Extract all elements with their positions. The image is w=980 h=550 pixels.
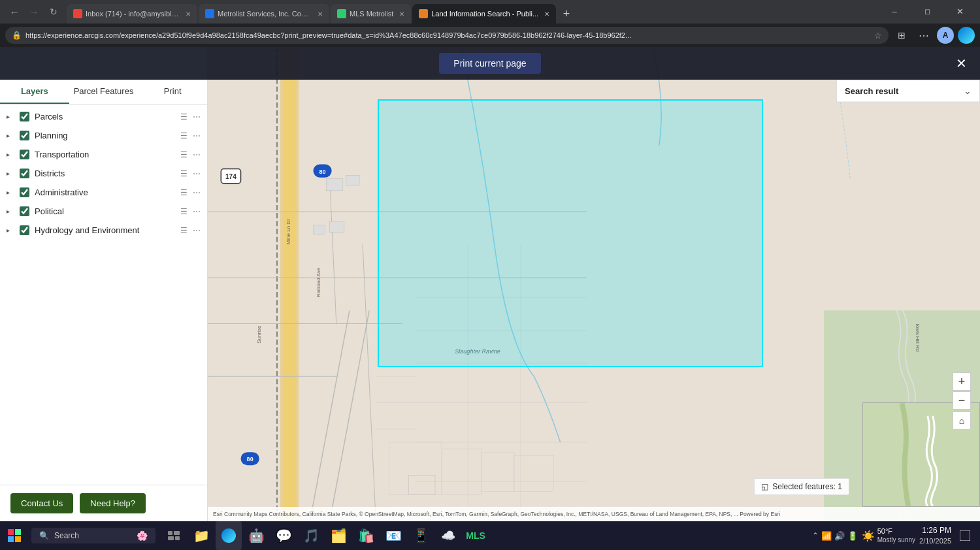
- layer-item-political[interactable]: ▸ Political ☰ ⋯: [0, 202, 207, 221]
- search-result-header[interactable]: Search result ⌄: [837, 80, 979, 102]
- taskbar-search[interactable]: 🔍 Search 🌸: [31, 528, 155, 543]
- search-icon: 🔍: [39, 531, 49, 540]
- layer-item-hydrology[interactable]: ▸ Hydrology and Environment ☰ ⋯: [0, 221, 207, 240]
- layer-legend-icon[interactable]: ☰: [180, 169, 188, 178]
- print-current-page-btn[interactable]: Print current page: [439, 53, 540, 74]
- layer-legend-icon[interactable]: ☰: [180, 226, 188, 235]
- layer-more-icon[interactable]: ⋯: [193, 150, 201, 159]
- layer-checkbox-political[interactable]: [20, 206, 29, 216]
- layer-legend-icon[interactable]: ☰: [180, 112, 188, 121]
- svg-text:80: 80: [319, 169, 326, 175]
- file-explorer-btn[interactable]: 📁: [188, 521, 214, 550]
- store-btn[interactable]: 🛍️: [353, 521, 379, 550]
- svg-text:Iowa Hill Rd: Iowa Hill Rd: [915, 324, 921, 352]
- layer-checkbox-districts[interactable]: [20, 169, 29, 178]
- layer-item-administrative[interactable]: ▸ Administrative ☰ ⋯: [0, 183, 207, 202]
- expand-icon[interactable]: ▸: [7, 189, 14, 196]
- layer-checkbox-transportation[interactable]: [20, 150, 29, 159]
- taskbar: 🔍 Search 🌸 📁 🤖 💬 🎵: [0, 521, 980, 550]
- layer-item-districts[interactable]: ▸ Districts ☰ ⋯: [0, 164, 207, 183]
- tab-metrolist-close[interactable]: ✕: [318, 10, 323, 18]
- layer-checkbox-parcels[interactable]: [20, 112, 29, 121]
- layer-item-parcels[interactable]: ▸ Parcels ☰ ⋯: [0, 107, 207, 126]
- notification-btn[interactable]: [955, 526, 975, 545]
- layer-more-icon[interactable]: ⋯: [193, 188, 201, 197]
- contact-us-btn[interactable]: Contact Us: [10, 493, 73, 513]
- tab-mls-close[interactable]: ✕: [399, 10, 404, 18]
- back-btn[interactable]: ←: [5, 3, 24, 21]
- files-btn[interactable]: 🗂️: [325, 521, 351, 550]
- taskview-btn[interactable]: [161, 521, 187, 550]
- selected-features-badge: ◱ Selected features: 1: [754, 478, 849, 495]
- need-help-btn[interactable]: Need Help?: [80, 493, 146, 513]
- expand-icon[interactable]: ▸: [7, 113, 14, 120]
- svg-rect-48: [15, 536, 21, 542]
- weather-desc: Mostly sunny: [877, 536, 915, 544]
- tab-mls[interactable]: MLS Metrolist ✕: [331, 4, 411, 24]
- bookmark-icon[interactable]: ☆: [874, 31, 882, 40]
- network-icon[interactable]: 📶: [821, 531, 832, 541]
- start-btn[interactable]: [0, 521, 29, 550]
- battery-icon[interactable]: 🔋: [847, 531, 858, 541]
- maximize-btn[interactable]: ◻: [912, 1, 942, 21]
- edge-btn[interactable]: [216, 521, 242, 550]
- layer-item-planning[interactable]: ▸ Planning ☰ ⋯: [0, 126, 207, 145]
- map-area[interactable]: 174 80 80: [208, 47, 980, 521]
- tab-print[interactable]: Print: [138, 80, 207, 104]
- extensions-btn[interactable]: ⊞: [892, 26, 911, 44]
- layer-more-icon[interactable]: ⋯: [193, 112, 201, 121]
- panel-tabs: Layers Parcel Features Print: [0, 80, 207, 105]
- expand-icon[interactable]: ▸: [7, 132, 14, 139]
- layer-more-icon[interactable]: ⋯: [193, 131, 201, 140]
- layer-more-icon[interactable]: ⋯: [193, 169, 201, 178]
- taskbar-search-text: Search: [54, 531, 79, 540]
- layer-checkbox-hydrology[interactable]: [20, 225, 29, 235]
- teams-btn[interactable]: 💬: [270, 521, 297, 550]
- tab-layers[interactable]: Layers: [0, 80, 69, 104]
- close-browser-btn[interactable]: ✕: [945, 1, 975, 21]
- zoom-in-btn[interactable]: +: [953, 372, 971, 391]
- home-btn[interactable]: ⌂: [953, 412, 971, 430]
- more-btn[interactable]: ⋯: [915, 26, 933, 44]
- lock-icon: 🔒: [12, 31, 22, 40]
- clock[interactable]: 1:26 PM 2/10/2025: [919, 526, 951, 545]
- profile-btn[interactable]: A: [937, 27, 954, 44]
- tab-parcel-features[interactable]: Parcel Features: [69, 80, 139, 104]
- reload-btn[interactable]: ↻: [44, 3, 63, 21]
- tab-inbox[interactable]: Inbox (714) - info@amysibley.co... ✕: [67, 4, 197, 24]
- layer-more-icon[interactable]: ⋯: [193, 226, 201, 235]
- close-print-btn[interactable]: ✕: [956, 56, 967, 71]
- volume-icon[interactable]: 🔊: [834, 531, 845, 541]
- expand-icon[interactable]: ▸: [7, 151, 14, 158]
- onedrive-btn[interactable]: ☁️: [435, 521, 461, 550]
- layer-legend-icon[interactable]: ☰: [180, 188, 188, 197]
- tab-metrolist[interactable]: Metrolist Services, Inc. Connect ✕: [199, 4, 329, 24]
- system-tray-icons[interactable]: ⌃ 📶 🔊 🔋: [812, 531, 858, 541]
- layer-checkbox-planning[interactable]: [20, 131, 29, 140]
- tab-land[interactable]: Land Information Search - Publi... ✕: [412, 4, 556, 24]
- tab-land-close[interactable]: ✕: [544, 10, 549, 18]
- layer-legend-icon[interactable]: ☰: [180, 131, 188, 140]
- chevron-up-icon[interactable]: ⌃: [812, 531, 819, 540]
- new-tab-btn[interactable]: +: [557, 5, 576, 24]
- expand-icon[interactable]: ▸: [7, 208, 14, 215]
- mls-app-btn[interactable]: MLS: [463, 521, 489, 550]
- layer-legend-icon[interactable]: ☰: [180, 150, 188, 159]
- address-bar[interactable]: 🔒 https://experience.arcgis.com/experien…: [5, 27, 889, 44]
- panel-footer: Contact Us Need Help?: [0, 485, 207, 521]
- layer-checkbox-administrative[interactable]: [20, 187, 29, 197]
- expand-icon[interactable]: ▸: [7, 170, 14, 177]
- forward-btn[interactable]: →: [25, 3, 43, 21]
- outlook-btn[interactable]: 📧: [380, 521, 406, 550]
- copilot-btn[interactable]: 🤖: [243, 521, 269, 550]
- zoom-out-btn[interactable]: −: [953, 391, 971, 410]
- layer-item-transportation[interactable]: ▸ Transportation ☰ ⋯: [0, 145, 207, 164]
- expand-icon[interactable]: ▸: [7, 227, 14, 234]
- tab-inbox-close[interactable]: ✕: [186, 10, 191, 18]
- layer-more-icon[interactable]: ⋯: [193, 207, 201, 216]
- layer-legend-icon[interactable]: ☰: [180, 207, 188, 216]
- itunes-btn[interactable]: 🎵: [298, 521, 324, 550]
- minimize-btn[interactable]: –: [879, 1, 909, 21]
- weather-widget[interactable]: ☀️ 50°F Mostly sunny: [862, 527, 915, 543]
- phone-btn[interactable]: 📱: [408, 521, 434, 550]
